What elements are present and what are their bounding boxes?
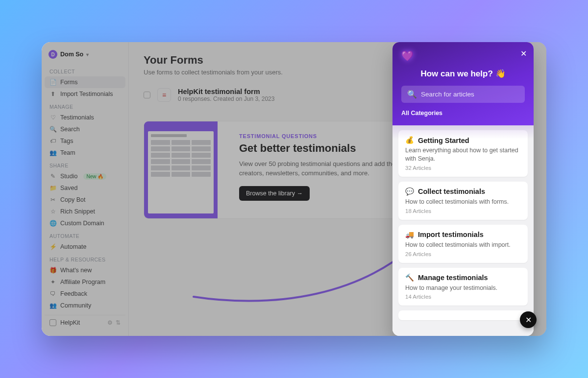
sidebar-item-label: Saved — [60, 185, 77, 191]
sidebar-item-saved[interactable]: 📁Saved — [45, 182, 125, 194]
chevron-down-icon: ▾ — [86, 52, 89, 57]
search-icon: 🔍 — [49, 126, 56, 133]
form-title: HelpKit testimonial form — [178, 88, 274, 95]
sidebar-item-label: Community — [60, 302, 91, 309]
sidebar-footer[interactable]: HelpKit ⚙ ⇅ — [45, 315, 125, 330]
sidebar-item-rich-snippet[interactable]: ☆Rich Snippet — [45, 206, 125, 217]
sidebar-item-team[interactable]: 👥Team — [45, 147, 125, 159]
category-desc: How to collect testimonials with forms. — [405, 198, 521, 206]
section-help: HELP & RESOURCES — [45, 253, 125, 264]
expand-icon[interactable]: ⇅ — [116, 319, 121, 326]
category-collect-testimonials[interactable]: 💬Collect testimonials How to collect tes… — [398, 182, 528, 220]
help-header: 💜 ✕ How can we help? 👋 🔍 All Categories — [392, 42, 534, 125]
sidebar: D Dom So ▾ COLLECT 📄 Forms ⬆ Import Test… — [42, 42, 129, 336]
sidebar-item-label: Studio — [60, 173, 77, 180]
category-title: Getting Started — [418, 137, 469, 144]
forms-icon: 📄 — [49, 79, 56, 86]
category-title: Manage testimonials — [418, 274, 488, 282]
category-meta: 26 Articles — [405, 251, 521, 257]
sidebar-item-label: What's new — [60, 267, 92, 274]
avatar: D — [49, 50, 57, 59]
help-categories-list: 💰Getting Started Learn everything about … — [392, 125, 534, 336]
category-icon: 💰 — [405, 136, 414, 144]
sidebar-item-custom-domain[interactable]: 🌐Custom Domain — [45, 217, 125, 229]
import-icon: ⬆ — [49, 91, 56, 97]
category-manage-testimonials[interactable]: 🔨Manage testimonials How to manage your … — [398, 268, 528, 306]
sidebar-item-automate[interactable]: ⚡Automate — [45, 241, 125, 253]
sidebar-item-whats-new[interactable]: 🎁What's new — [45, 264, 125, 276]
category-desc: How to manage your testimonials. — [405, 284, 521, 292]
form-icon: ≡ — [157, 88, 171, 102]
help-widget: 💜 ✕ How can we help? 👋 🔍 All Categories … — [392, 42, 534, 336]
help-close-button[interactable]: ✕ — [520, 49, 527, 58]
form-meta: 0 responses. Created on Jun 3, 2023 — [178, 95, 274, 102]
category-meta: 32 Articles — [405, 165, 521, 171]
sidebar-item-label: Team — [60, 149, 75, 156]
user-name: Dom So — [60, 51, 83, 58]
help-all-categories[interactable]: All Categories — [401, 110, 525, 117]
sidebar-item-copy-bot[interactable]: ✂Copy Bot — [45, 194, 125, 206]
help-search[interactable]: 🔍 — [401, 86, 525, 103]
sparkle-icon: ✦ — [49, 279, 56, 285]
help-search-input[interactable] — [421, 91, 519, 98]
team-icon: 👥 — [49, 149, 56, 156]
category-icon: 🚚 — [405, 231, 414, 239]
globe-icon: 🌐 — [49, 220, 56, 227]
category-partial[interactable] — [398, 310, 528, 320]
chat-icon: 🗨 — [49, 290, 56, 297]
sidebar-item-label: Forms — [60, 79, 77, 86]
promo-thumbnail — [144, 121, 218, 218]
sidebar-item-label: Search — [60, 126, 80, 133]
app-window: D Dom So ▾ COLLECT 📄 Forms ⬆ Import Test… — [42, 42, 546, 336]
sidebar-item-label: Tags — [60, 138, 73, 144]
help-widget-toggle-button[interactable]: ✕ — [520, 311, 537, 328]
scissors-icon: ✂ — [49, 196, 56, 203]
sidebar-item-testimonials[interactable]: ♡Testimonials — [45, 112, 125, 123]
sidebar-item-label: Affiliate Program — [60, 279, 105, 285]
footer-label: HelpKit — [60, 319, 80, 326]
category-icon: 💬 — [405, 188, 414, 196]
sidebar-item-label: Feedback — [60, 290, 87, 297]
section-automate: AUTOMATE — [45, 229, 125, 241]
sidebar-item-feedback[interactable]: 🗨Feedback — [45, 288, 125, 300]
sidebar-item-label: Copy Bot — [60, 196, 85, 203]
category-title: Import testimonials — [418, 231, 484, 238]
row-checkbox[interactable] — [144, 92, 150, 98]
sidebar-item-label: Automate — [60, 243, 87, 250]
sidebar-item-affiliate[interactable]: ✦Affiliate Program — [45, 276, 125, 288]
category-desc: How to collect testimonials with import. — [405, 241, 521, 249]
sidebar-item-tags[interactable]: 🏷Tags — [45, 135, 125, 147]
gift-icon: 🎁 — [49, 267, 56, 274]
pencil-icon: ✎ — [49, 173, 56, 180]
sidebar-item-import-testimonials[interactable]: ⬆ Import Testimonials — [45, 88, 125, 100]
star-icon: ☆ — [49, 208, 56, 215]
gear-icon[interactable]: ⚙ — [107, 319, 113, 326]
search-icon: 🔍 — [407, 90, 417, 99]
heart-icon: ♡ — [49, 114, 56, 121]
new-badge: New 🔥 — [83, 173, 106, 180]
sidebar-item-label: Rich Snippet — [60, 208, 95, 215]
people-icon: 👥 — [49, 302, 56, 309]
help-title: How can we help? 👋 — [401, 69, 525, 79]
sidebar-item-forms[interactable]: 📄 Forms — [45, 76, 125, 88]
sidebar-item-search[interactable]: 🔍Search — [45, 123, 125, 135]
section-manage: MANAGE — [45, 100, 125, 112]
sidebar-item-label: Import Testimonials — [60, 91, 113, 97]
sidebar-item-label: Custom Domain — [60, 220, 104, 227]
category-import-testimonials[interactable]: 🚚Import testimonials How to collect test… — [398, 225, 528, 263]
category-meta: 18 Articles — [405, 208, 521, 214]
bolt-icon: ⚡ — [49, 243, 56, 250]
category-meta: 14 Articles — [405, 294, 521, 300]
category-getting-started[interactable]: 💰Getting Started Learn everything about … — [398, 130, 528, 177]
browse-library-button[interactable]: Browse the library → — [239, 186, 310, 201]
sidebar-item-community[interactable]: 👥Community — [45, 300, 125, 311]
sidebar-item-studio[interactable]: ✎ Studio New 🔥 — [45, 170, 125, 182]
section-collect: COLLECT — [45, 65, 125, 76]
folder-icon: 📁 — [49, 185, 56, 191]
helpkit-logo-icon — [49, 319, 56, 326]
heart-logo-icon: 💜 — [401, 50, 414, 61]
category-desc: Learn everything about how to get starte… — [405, 146, 521, 163]
category-icon: 🔨 — [405, 274, 414, 282]
user-menu[interactable]: D Dom So ▾ — [45, 48, 125, 65]
tag-icon: 🏷 — [49, 138, 56, 144]
